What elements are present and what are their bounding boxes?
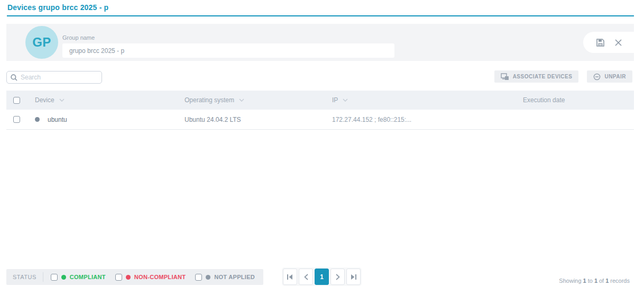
showing-total: 1 <box>605 278 609 284</box>
records-summary: Showing 1 to 1 of 1 records <box>559 278 630 284</box>
previous-page-button[interactable] <box>299 269 313 285</box>
group-header-band: GP Group name <box>6 24 634 61</box>
associate-devices-button[interactable]: ASSOCIATE DEVICES <box>494 70 579 83</box>
column-os-label: Operating system <box>185 96 234 104</box>
status-divider <box>43 272 43 282</box>
group-name-input[interactable] <box>62 43 394 58</box>
search-input[interactable] <box>21 74 98 81</box>
chevron-left-icon <box>304 274 308 280</box>
unpair-icon <box>593 73 601 81</box>
not-applied-dot <box>206 275 210 280</box>
last-page-icon <box>350 274 357 280</box>
column-device-label: Device <box>35 96 54 104</box>
column-ip-label: IP <box>332 96 338 104</box>
not-applied-label: NOT APPLIED <box>214 274 255 280</box>
page-title: Devices grupo brcc 2025 - p <box>7 3 108 12</box>
compliant-label: COMPLIANT <box>70 274 106 280</box>
pagination: 1 <box>282 267 362 286</box>
chevron-down-icon <box>239 99 244 102</box>
showing-from: 1 <box>583 278 586 284</box>
device-name-cell[interactable]: ubuntu <box>48 116 185 123</box>
status-filter-label: STATUS <box>13 274 43 280</box>
toolbar-buttons: ASSOCIATE DEVICES UNPAIR <box>494 70 632 83</box>
chevron-down-icon <box>343 99 348 102</box>
search-icon <box>11 74 17 81</box>
unpair-button[interactable]: UNPAIR <box>587 70 632 83</box>
first-page-icon <box>287 274 293 280</box>
non-compliant-label: NON-COMPLIANT <box>134 274 186 280</box>
non-compliant-dot <box>126 275 131 280</box>
column-header-os[interactable]: Operating system <box>185 96 244 104</box>
group-avatar: GP <box>25 26 58 59</box>
devices-icon <box>501 73 509 81</box>
compliant-checkbox[interactable] <box>51 274 58 281</box>
save-icon <box>596 38 605 47</box>
non-compliant-checkbox[interactable] <box>115 274 122 281</box>
showing-to: 1 <box>594 278 597 284</box>
status-option-compliant[interactable]: COMPLIANT <box>51 274 106 281</box>
status-filter-bar: STATUS COMPLIANT NON-COMPLIANT NOT APPLI… <box>6 269 263 285</box>
associate-devices-label: ASSOCIATE DEVICES <box>513 74 573 79</box>
close-icon <box>614 39 622 47</box>
chevron-down-icon <box>59 99 65 102</box>
device-ip-cell: 172.27.44.152 ; fe80::215:... <box>332 116 523 123</box>
column-header-execution-date: Execution date <box>523 96 565 104</box>
status-option-not-applied[interactable]: NOT APPLIED <box>195 274 255 281</box>
device-os-cell: Ubuntu 24.04.2 LTS <box>185 116 332 123</box>
status-option-non-compliant[interactable]: NON-COMPLIANT <box>115 274 186 281</box>
table-header: Device Operating system IP Execution dat… <box>6 91 634 110</box>
not-applied-checkbox[interactable] <box>195 274 202 281</box>
header-actions-pill <box>583 32 634 53</box>
table-row[interactable]: ubuntu Ubuntu 24.04.2 LTS 172.27.44.152 … <box>6 110 634 130</box>
title-underline <box>7 15 634 16</box>
first-page-button[interactable] <box>283 269 297 285</box>
records-word: records <box>610 278 630 284</box>
close-button[interactable] <box>613 37 623 48</box>
save-button[interactable] <box>595 37 605 48</box>
last-page-button[interactable] <box>346 269 361 285</box>
to-word: to <box>588 278 593 284</box>
column-header-ip[interactable]: IP <box>332 96 348 104</box>
unpair-label: UNPAIR <box>604 74 626 79</box>
group-name-label: Group name <box>62 34 95 41</box>
search-box <box>6 71 102 84</box>
column-header-device[interactable]: Device <box>35 96 65 104</box>
showing-word: Showing <box>559 278 581 284</box>
chevron-right-icon <box>336 274 340 280</box>
select-all-checkbox[interactable] <box>13 97 20 104</box>
of-word: of <box>599 278 604 284</box>
device-status-dot <box>35 117 40 122</box>
row-checkbox[interactable] <box>13 116 20 123</box>
page-1-button[interactable]: 1 <box>315 269 329 285</box>
compliant-dot <box>61 275 66 280</box>
next-page-button[interactable] <box>330 269 345 285</box>
